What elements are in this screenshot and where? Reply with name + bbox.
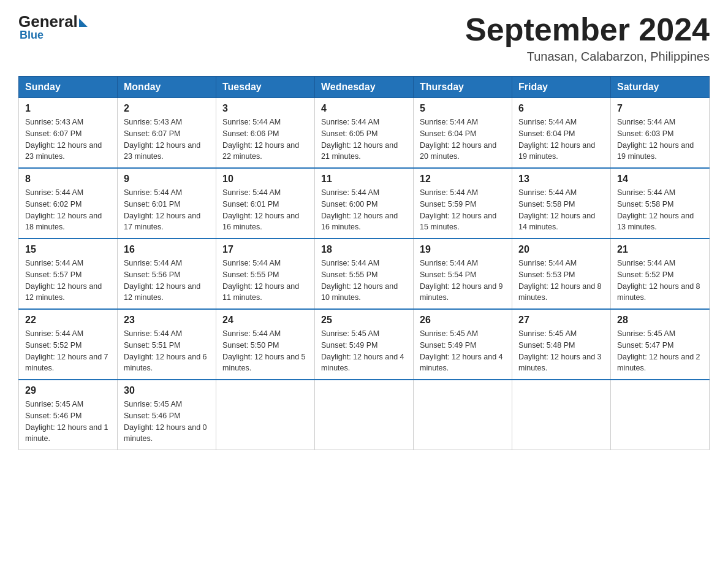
- calendar-table: SundayMondayTuesdayWednesdayThursdayFrid…: [18, 76, 710, 450]
- calendar-header-sunday: Sunday: [19, 77, 118, 98]
- day-info: Sunrise: 5:44 AMSunset: 5:58 PMDaylight:…: [617, 187, 703, 233]
- calendar-week-row: 1Sunrise: 5:43 AMSunset: 6:07 PMDaylight…: [19, 98, 710, 169]
- day-number: 7: [617, 103, 703, 114]
- day-info: Sunrise: 5:44 AMSunset: 5:51 PMDaylight:…: [124, 328, 210, 374]
- day-info: Sunrise: 5:44 AMSunset: 6:01 PMDaylight:…: [222, 187, 308, 233]
- calendar-cell: 1Sunrise: 5:43 AMSunset: 6:07 PMDaylight…: [19, 98, 118, 169]
- calendar-cell: 5Sunrise: 5:44 AMSunset: 6:04 PMDaylight…: [414, 98, 512, 169]
- day-number: 20: [518, 244, 604, 255]
- calendar-cell: 21Sunrise: 5:44 AMSunset: 5:52 PMDayligh…: [611, 239, 710, 309]
- calendar-cell: 7Sunrise: 5:44 AMSunset: 6:03 PMDaylight…: [611, 98, 710, 169]
- day-number: 9: [124, 174, 210, 185]
- day-number: 30: [124, 385, 210, 396]
- day-info: Sunrise: 5:44 AMSunset: 5:50 PMDaylight:…: [222, 328, 308, 374]
- day-number: 8: [25, 174, 111, 185]
- logo: General Blue: [18, 12, 88, 42]
- calendar-cell: 15Sunrise: 5:44 AMSunset: 5:57 PMDayligh…: [19, 239, 118, 309]
- calendar-cell: [315, 380, 414, 450]
- calendar-cell: 22Sunrise: 5:44 AMSunset: 5:52 PMDayligh…: [19, 309, 118, 380]
- calendar-week-row: 22Sunrise: 5:44 AMSunset: 5:52 PMDayligh…: [19, 309, 710, 380]
- calendar-cell: 25Sunrise: 5:45 AMSunset: 5:49 PMDayligh…: [315, 309, 414, 380]
- calendar-cell: 11Sunrise: 5:44 AMSunset: 6:00 PMDayligh…: [315, 168, 414, 239]
- calendar-cell: 16Sunrise: 5:44 AMSunset: 5:56 PMDayligh…: [118, 239, 216, 309]
- logo-triangle-icon: [79, 18, 88, 27]
- day-number: 4: [321, 103, 407, 114]
- day-info: Sunrise: 5:44 AMSunset: 5:55 PMDaylight:…: [222, 258, 308, 304]
- calendar-header-saturday: Saturday: [611, 77, 710, 98]
- calendar-cell: 18Sunrise: 5:44 AMSunset: 5:55 PMDayligh…: [315, 239, 414, 309]
- calendar-cell: [414, 380, 512, 450]
- day-info: Sunrise: 5:44 AMSunset: 5:55 PMDaylight:…: [321, 258, 407, 304]
- location-title: Tunasan, Calabarzon, Philippines: [465, 50, 710, 64]
- calendar-week-row: 15Sunrise: 5:44 AMSunset: 5:57 PMDayligh…: [19, 239, 710, 309]
- day-number: 11: [321, 174, 407, 185]
- calendar-cell: 27Sunrise: 5:45 AMSunset: 5:48 PMDayligh…: [512, 309, 611, 380]
- calendar-week-row: 29Sunrise: 5:45 AMSunset: 5:46 PMDayligh…: [19, 380, 710, 450]
- day-number: 29: [25, 385, 111, 396]
- day-info: Sunrise: 5:45 AMSunset: 5:47 PMDaylight:…: [617, 328, 703, 374]
- calendar-cell: 4Sunrise: 5:44 AMSunset: 6:05 PMDaylight…: [315, 98, 414, 169]
- day-number: 26: [420, 315, 506, 326]
- day-info: Sunrise: 5:45 AMSunset: 5:46 PMDaylight:…: [25, 399, 111, 445]
- day-info: Sunrise: 5:44 AMSunset: 6:02 PMDaylight:…: [25, 187, 111, 233]
- calendar-header-friday: Friday: [512, 77, 611, 98]
- calendar-cell: [216, 380, 315, 450]
- calendar-cell: 28Sunrise: 5:45 AMSunset: 5:47 PMDayligh…: [611, 309, 710, 380]
- calendar-cell: 14Sunrise: 5:44 AMSunset: 5:58 PMDayligh…: [611, 168, 710, 239]
- day-number: 2: [124, 103, 210, 114]
- header: General Blue September 2024 Tunasan, Cal…: [18, 12, 710, 64]
- day-info: Sunrise: 5:45 AMSunset: 5:49 PMDaylight:…: [420, 328, 506, 374]
- calendar-cell: 8Sunrise: 5:44 AMSunset: 6:02 PMDaylight…: [19, 168, 118, 239]
- calendar-week-row: 8Sunrise: 5:44 AMSunset: 6:02 PMDaylight…: [19, 168, 710, 239]
- day-number: 12: [420, 174, 506, 185]
- calendar-cell: 2Sunrise: 5:43 AMSunset: 6:07 PMDaylight…: [118, 98, 216, 169]
- day-number: 28: [617, 315, 703, 326]
- day-number: 27: [518, 315, 604, 326]
- calendar-cell: 26Sunrise: 5:45 AMSunset: 5:49 PMDayligh…: [414, 309, 512, 380]
- day-number: 10: [222, 174, 308, 185]
- day-number: 21: [617, 244, 703, 255]
- day-number: 5: [420, 103, 506, 114]
- calendar-cell: 19Sunrise: 5:44 AMSunset: 5:54 PMDayligh…: [414, 239, 512, 309]
- title-area: September 2024 Tunasan, Calabarzon, Phil…: [465, 12, 710, 64]
- day-number: 25: [321, 315, 407, 326]
- day-info: Sunrise: 5:44 AMSunset: 6:04 PMDaylight:…: [518, 117, 604, 163]
- day-info: Sunrise: 5:44 AMSunset: 5:54 PMDaylight:…: [420, 258, 506, 304]
- day-info: Sunrise: 5:44 AMSunset: 6:06 PMDaylight:…: [222, 117, 308, 163]
- day-info: Sunrise: 5:44 AMSunset: 5:56 PMDaylight:…: [124, 258, 210, 304]
- calendar-header-thursday: Thursday: [414, 77, 512, 98]
- calendar-header-wednesday: Wednesday: [315, 77, 414, 98]
- calendar-cell: [611, 380, 710, 450]
- day-info: Sunrise: 5:44 AMSunset: 5:52 PMDaylight:…: [617, 258, 703, 304]
- day-info: Sunrise: 5:43 AMSunset: 6:07 PMDaylight:…: [124, 117, 210, 163]
- day-info: Sunrise: 5:43 AMSunset: 6:07 PMDaylight:…: [25, 117, 111, 163]
- day-number: 14: [617, 174, 703, 185]
- day-number: 24: [222, 315, 308, 326]
- day-info: Sunrise: 5:44 AMSunset: 6:03 PMDaylight:…: [617, 117, 703, 163]
- day-number: 3: [222, 103, 308, 114]
- day-info: Sunrise: 5:44 AMSunset: 5:52 PMDaylight:…: [25, 328, 111, 374]
- day-info: Sunrise: 5:44 AMSunset: 5:59 PMDaylight:…: [420, 187, 506, 233]
- calendar-cell: 23Sunrise: 5:44 AMSunset: 5:51 PMDayligh…: [118, 309, 216, 380]
- calendar-cell: 24Sunrise: 5:44 AMSunset: 5:50 PMDayligh…: [216, 309, 315, 380]
- calendar-cell: 10Sunrise: 5:44 AMSunset: 6:01 PMDayligh…: [216, 168, 315, 239]
- day-info: Sunrise: 5:45 AMSunset: 5:49 PMDaylight:…: [321, 328, 407, 374]
- day-number: 19: [420, 244, 506, 255]
- day-info: Sunrise: 5:44 AMSunset: 6:04 PMDaylight:…: [420, 117, 506, 163]
- day-info: Sunrise: 5:44 AMSunset: 5:53 PMDaylight:…: [518, 258, 604, 304]
- calendar-cell: 9Sunrise: 5:44 AMSunset: 6:01 PMDaylight…: [118, 168, 216, 239]
- day-info: Sunrise: 5:45 AMSunset: 5:46 PMDaylight:…: [124, 399, 210, 445]
- calendar-cell: 20Sunrise: 5:44 AMSunset: 5:53 PMDayligh…: [512, 239, 611, 309]
- day-info: Sunrise: 5:44 AMSunset: 6:01 PMDaylight:…: [124, 187, 210, 233]
- day-number: 15: [25, 244, 111, 255]
- calendar-cell: 17Sunrise: 5:44 AMSunset: 5:55 PMDayligh…: [216, 239, 315, 309]
- day-info: Sunrise: 5:44 AMSunset: 6:05 PMDaylight:…: [321, 117, 407, 163]
- day-number: 18: [321, 244, 407, 255]
- calendar-cell: 3Sunrise: 5:44 AMSunset: 6:06 PMDaylight…: [216, 98, 315, 169]
- calendar-cell: [512, 380, 611, 450]
- day-number: 16: [124, 244, 210, 255]
- day-info: Sunrise: 5:44 AMSunset: 5:58 PMDaylight:…: [518, 187, 604, 233]
- calendar-cell: 13Sunrise: 5:44 AMSunset: 5:58 PMDayligh…: [512, 168, 611, 239]
- day-number: 1: [25, 103, 111, 114]
- calendar-cell: 12Sunrise: 5:44 AMSunset: 5:59 PMDayligh…: [414, 168, 512, 239]
